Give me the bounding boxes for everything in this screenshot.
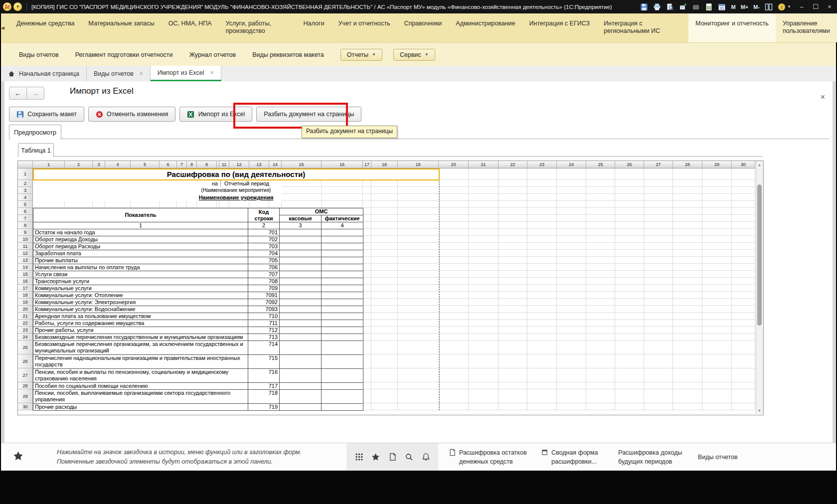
cell-value[interactable] <box>280 341 322 355</box>
column-header-cell[interactable]: 18 <box>371 161 398 168</box>
row-header-cell[interactable]: 20 <box>18 306 33 313</box>
row-header-cell[interactable]: 23 <box>18 327 33 334</box>
search-icon[interactable] <box>405 453 413 461</box>
cell-value[interactable] <box>280 292 322 299</box>
cell-value[interactable] <box>322 341 363 355</box>
ribbon-item[interactable]: Налоги <box>297 13 332 42</box>
submenu-link[interactable]: Виды реквизитов макета <box>252 51 324 58</box>
cell-code[interactable]: 707 <box>248 271 280 278</box>
header-kasovye[interactable]: касовые <box>280 215 322 222</box>
cell-value[interactable] <box>322 243 363 250</box>
cell-label[interactable]: Коммунальные услуги: Отопление <box>33 292 248 299</box>
sheet-corner-cell[interactable] <box>18 161 33 168</box>
cell-value[interactable] <box>322 383 363 390</box>
cell-value[interactable] <box>280 257 322 264</box>
row-header-cell[interactable]: 2 <box>18 180 33 187</box>
column-header-cell[interactable]: 12 <box>229 161 249 168</box>
header-colnum[interactable]: 4 <box>322 222 363 229</box>
cell-label[interactable]: Прочие выплаты <box>33 257 248 264</box>
column-header-cell[interactable]: 14 <box>269 161 282 168</box>
back-button[interactable]: ← <box>9 87 27 100</box>
cell-label[interactable]: Арендная плата за пользование имуществом <box>33 313 248 320</box>
cell-code[interactable]: 717 <box>248 383 280 390</box>
report-table[interactable]: ПоказательКод строкиОМСкасовыефактически… <box>33 208 363 411</box>
cell-label[interactable]: Оборот периода Расходы <box>33 243 248 250</box>
cell-period[interactable]: Отчетный период <box>221 180 269 187</box>
cell-code[interactable]: 705 <box>248 257 280 264</box>
cell-code[interactable]: 701 <box>248 229 280 236</box>
window-tab[interactable]: Начальная страница <box>1 66 87 81</box>
column-header-cell[interactable]: 24 <box>557 161 586 168</box>
ribbon-item[interactable]: Учет и отчетность <box>331 13 397 42</box>
forward-button[interactable]: → <box>26 87 44 100</box>
row-header-cell[interactable]: 15 <box>18 271 33 278</box>
cell-value[interactable] <box>322 271 363 278</box>
cell-label[interactable]: Остаток на начало года <box>33 229 248 236</box>
row-header-cell[interactable]: 30 <box>18 403 33 410</box>
cell-value[interactable] <box>280 229 322 236</box>
column-header-cell[interactable]: 27 <box>644 161 673 168</box>
mail-icon[interactable] <box>691 2 700 11</box>
cell-code[interactable]: 718 <box>248 390 280 404</box>
cell-label[interactable]: Оборот периода Доходы <box>33 236 248 243</box>
cell-label[interactable]: Заработная плата <box>33 250 248 257</box>
tab-close-icon[interactable]: × <box>210 69 214 76</box>
ribbon-item[interactable]: Материальные запасы <box>81 13 161 42</box>
cell-na[interactable]: на <box>33 180 221 187</box>
column-header-cell[interactable]: 8 <box>187 161 197 168</box>
info-chevron-icon[interactable]: ▼ <box>787 4 791 9</box>
ribbon-item[interactable]: ОС, НМА, НПА <box>162 13 219 42</box>
info-icon[interactable]: i <box>777 2 786 11</box>
spreadsheet-preview[interactable]: 1234567891112131415161718192021222324252… <box>17 161 764 415</box>
cell-code[interactable]: 714 <box>248 341 280 355</box>
column-header-cell[interactable]: 13 <box>249 161 269 168</box>
cell-label[interactable]: Пенсии, пособия, выплачиваемые организац… <box>33 390 248 404</box>
cell-value[interactable] <box>322 299 363 306</box>
app-logo-icon[interactable]: 1с <box>3 2 11 11</box>
submenu-link[interactable]: Регламент подготовки отчетности <box>75 51 173 58</box>
row-header-cell[interactable]: 11 <box>18 243 33 250</box>
scroll-up-icon[interactable]: ▲ <box>756 161 763 168</box>
close-button[interactable]: × <box>826 3 833 10</box>
vertical-scrollbar[interactable]: ▲▼ <box>756 161 763 414</box>
row-header-cell[interactable]: 27 <box>18 368 33 382</box>
calendar-icon[interactable]: 31 <box>717 2 726 11</box>
header-colnum[interactable]: 1 <box>33 222 248 229</box>
history-icon[interactable] <box>388 453 397 461</box>
cell-value[interactable] <box>322 313 363 320</box>
cell-value[interactable] <box>322 390 363 404</box>
ribbon-item[interactable]: Справочники <box>397 13 449 42</box>
cell-code[interactable]: 709 <box>248 285 280 292</box>
row-header-cell[interactable]: 9 <box>18 229 33 236</box>
memory-button-m-minus[interactable]: M- <box>753 4 760 10</box>
header-colnum[interactable]: 3 <box>280 222 322 229</box>
ribbon-item[interactable]: Управление пользователями <box>776 13 837 42</box>
cell-label[interactable]: Прочие работы, услуги <box>33 327 248 334</box>
cell-label[interactable]: Коммунальные услуги: Электроэнергия <box>33 299 248 306</box>
row-header-cell[interactable]: 26 <box>18 354 33 368</box>
column-header-cell[interactable]: 25 <box>586 161 615 168</box>
scrollbar-thumb[interactable] <box>757 184 762 326</box>
submenu-dropdown-service[interactable]: Сервис▼ <box>393 49 435 61</box>
column-header-cell[interactable]: 28 <box>673 161 702 168</box>
cell-label[interactable]: Прочие расходы <box>33 404 248 411</box>
cell-value[interactable] <box>280 404 322 411</box>
column-header-cell[interactable]: 19 <box>398 161 439 168</box>
cell-value[interactable] <box>280 313 322 320</box>
cell-value[interactable] <box>322 278 363 285</box>
cell-code[interactable]: 712 <box>248 327 280 334</box>
row-header-cell[interactable]: 5 <box>18 201 33 208</box>
cell-value[interactable] <box>322 229 363 236</box>
cell-code[interactable]: 704 <box>248 250 280 257</box>
cell-value[interactable] <box>322 404 363 411</box>
cell-value[interactable] <box>280 299 322 306</box>
submenu-link[interactable]: Журнал отчетов <box>189 51 236 58</box>
cell-value[interactable] <box>280 334 322 341</box>
cell-value[interactable] <box>322 355 363 369</box>
row-header-cell[interactable]: 17 <box>18 285 33 292</box>
ribbon-item[interactable]: Интеграция с ЕГИСЗ <box>522 13 597 42</box>
column-header-cell[interactable]: 15 <box>282 161 322 168</box>
row-header-cell[interactable]: 19 <box>18 299 33 306</box>
cell-value[interactable] <box>280 264 322 271</box>
tab-sheet1[interactable]: Таблица 1 <box>18 143 54 157</box>
